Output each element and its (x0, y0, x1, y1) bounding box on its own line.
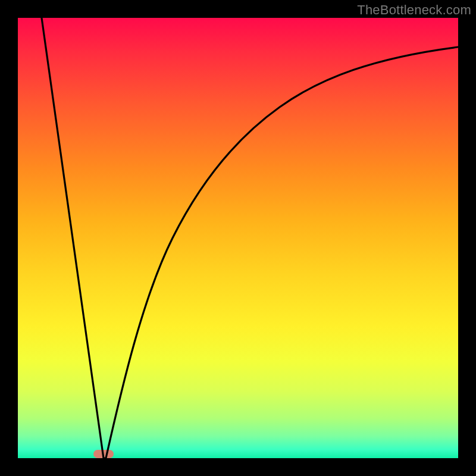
bottleneck-curve (18, 18, 458, 458)
plot-area (18, 18, 458, 458)
curve-path (42, 18, 458, 458)
chart-frame: TheBottleneck.com (0, 0, 476, 476)
watermark-text: TheBottleneck.com (357, 2, 471, 18)
